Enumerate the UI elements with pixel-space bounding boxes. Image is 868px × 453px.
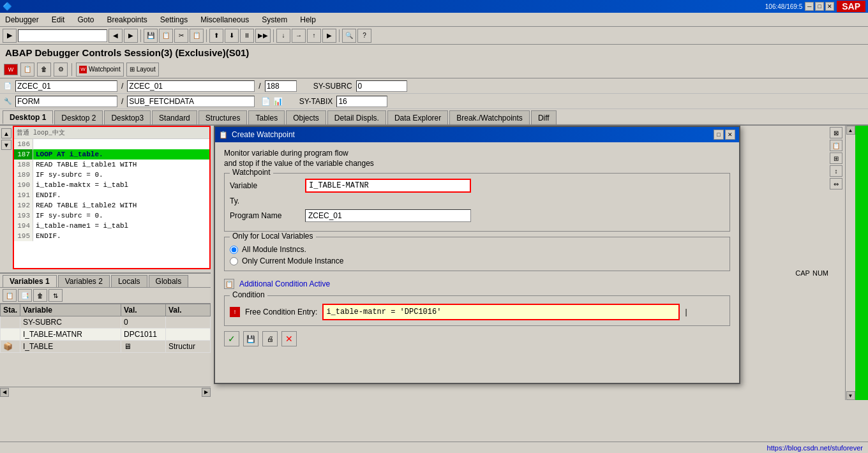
- tab-desktop1[interactable]: Desktop 1: [3, 110, 53, 124]
- menu-breakpoints[interactable]: Breakpoints: [104, 14, 149, 26]
- side-btn-5[interactable]: ⇔: [830, 178, 842, 189]
- side-btn-4[interactable]: ↕: [830, 165, 842, 177]
- program-input[interactable]: [305, 209, 471, 222]
- side-btn-3[interactable]: ⊞: [830, 152, 842, 164]
- menu-help[interactable]: Help: [297, 14, 318, 26]
- field-input-1[interactable]: [15, 80, 117, 92]
- dialog-maximize[interactable]: □: [714, 130, 724, 140]
- menu-debugger[interactable]: Debugger: [3, 14, 41, 26]
- code-panel: 普通 loop_中文 186 187 LOOP AT i_table. 188 …: [13, 126, 211, 269]
- toolbar-input[interactable]: [18, 29, 107, 42]
- hscroll-right-btn[interactable]: ▶: [202, 388, 211, 397]
- main-content: ▲ ▼ 普通 loop_中文 186 187 LOOP AT i_table. …: [0, 126, 868, 400]
- tb2-watchpoint[interactable]: W Watchpoint: [76, 63, 124, 77]
- line-content-188: READ TABLE i_table1 WITH: [33, 160, 137, 170]
- dialog-close[interactable]: ✕: [725, 130, 735, 140]
- sy-subrc-value[interactable]: [356, 80, 407, 92]
- var-tab-locals[interactable]: Locals: [111, 275, 147, 287]
- tb2-layout[interactable]: ⊞ Layout: [126, 63, 159, 77]
- rscroll-up-btn[interactable]: ▲: [846, 126, 855, 135]
- condition-section: Condition ! Free Condition Entry: |: [224, 295, 730, 326]
- confirm-button[interactable]: ✓: [224, 331, 239, 346]
- tab-data-explorer[interactable]: Data Explorer: [387, 110, 448, 124]
- side-btn-2[interactable]: 📋: [830, 140, 842, 151]
- tb-step-over[interactable]: →: [292, 29, 306, 43]
- tab-desktop2[interactable]: Desktop 2: [54, 110, 103, 124]
- field-input-2[interactable]: [127, 80, 255, 92]
- radio-all-input[interactable]: [230, 246, 238, 254]
- var-copy-btn[interactable]: 📑: [18, 289, 32, 302]
- keyboard-indicators: CAP NUM: [795, 269, 828, 277]
- tab-objects[interactable]: Objects: [286, 110, 326, 124]
- menu-edit[interactable]: Edit: [49, 14, 68, 26]
- tb-btn2[interactable]: 📋: [159, 29, 173, 43]
- tb-btn3[interactable]: ✂: [174, 29, 188, 43]
- tb2-btn1[interactable]: W: [4, 64, 18, 75]
- line-num-192: 192: [14, 200, 33, 211]
- tb-step-into[interactable]: ↓: [276, 29, 290, 43]
- radio-current-input[interactable]: [230, 257, 238, 265]
- tab-standard[interactable]: Standard: [152, 110, 197, 124]
- side-btn-1[interactable]: ⊠: [830, 127, 842, 138]
- condition-input[interactable]: [322, 304, 680, 320]
- field-form[interactable]: [15, 96, 117, 107]
- tb-save[interactable]: 💾: [144, 29, 158, 43]
- col-variable: Variable: [20, 304, 121, 316]
- line-content-193: IF sy-subrc = 0.: [33, 211, 103, 221]
- tb-btn7[interactable]: ⏸: [240, 29, 254, 43]
- var-del-btn[interactable]: 🗑: [33, 289, 47, 302]
- nav-forward[interactable]: ▶: [124, 29, 138, 43]
- toolbar-icon-1[interactable]: ▶: [3, 29, 17, 43]
- cancel-button[interactable]: ✕: [281, 331, 297, 346]
- rscroll-down-btn[interactable]: ▼: [846, 391, 855, 400]
- tb-run[interactable]: ▶: [322, 29, 336, 43]
- tb-step-return[interactable]: ↑: [307, 29, 321, 43]
- tb2-btn2[interactable]: 📋: [20, 63, 34, 77]
- dialog-desc2: and stop if the value of the variable ch…: [224, 159, 730, 168]
- minimize-button[interactable]: ─: [805, 2, 814, 11]
- col-val2: Val.: [166, 304, 211, 316]
- tb-btn6[interactable]: ⬇: [225, 29, 239, 43]
- tb-btn4[interactable]: 📋: [190, 29, 204, 43]
- var-tab-globals[interactable]: Globals: [149, 275, 189, 287]
- tab-breakpoints[interactable]: Break./Watchpoints: [449, 110, 530, 124]
- field-icon-2: 🔧: [4, 98, 11, 105]
- var-sort-btn[interactable]: ⇅: [49, 289, 63, 302]
- tab-structures[interactable]: Structures: [198, 110, 248, 124]
- row3-val1: 🖥: [121, 341, 166, 353]
- tb-btn8[interactable]: ▶▶: [255, 29, 271, 43]
- menu-system[interactable]: System: [259, 14, 290, 26]
- tab-diff[interactable]: Diff: [531, 110, 557, 124]
- menu-settings[interactable]: Settings: [158, 14, 190, 26]
- code-line-194: 194 i_table-name1 = i_tabl: [14, 221, 209, 231]
- menu-goto[interactable]: Goto: [75, 14, 96, 26]
- additional-condition-row: 📋 Additional Condition Active: [224, 276, 730, 292]
- nav-up[interactable]: ▲: [1, 128, 11, 138]
- close-button[interactable]: ✕: [825, 2, 834, 11]
- menu-bar: Debugger Edit Goto Breakpoints Settings …: [0, 13, 868, 27]
- additional-condition-link[interactable]: Additional Condition Active: [239, 279, 330, 288]
- print-button[interactable]: 🖨: [262, 331, 278, 346]
- tab-desktop3[interactable]: Desktop3: [104, 110, 151, 124]
- tb-search[interactable]: 🔍: [342, 29, 356, 43]
- tab-detail-displs[interactable]: Detail Displs.: [327, 110, 386, 124]
- nav-down[interactable]: ▼: [1, 140, 11, 150]
- field-input-3[interactable]: [265, 80, 297, 92]
- variable-input[interactable]: [305, 179, 471, 193]
- menu-miscellaneous[interactable]: Miscellaneous: [198, 14, 251, 26]
- program-label: Program Name: [230, 211, 300, 220]
- tb2-btn3[interactable]: 🗑: [37, 63, 51, 77]
- sy-tabix-value[interactable]: [336, 96, 387, 107]
- tb-btn5[interactable]: ⬆: [209, 29, 223, 43]
- maximize-button[interactable]: □: [815, 2, 824, 11]
- free-condition-row: ! Free Condition Entry: |: [230, 304, 724, 320]
- var-tab-2[interactable]: Variables 2: [58, 275, 110, 287]
- tab-tables[interactable]: Tables: [248, 110, 285, 124]
- save-button[interactable]: 💾: [243, 331, 258, 346]
- tb2-btn4[interactable]: ⚙: [54, 63, 68, 77]
- local-vars-section: Only for Local Variables All Module Inst…: [224, 237, 730, 271]
- code-line-187: 187 LOOP AT i_table.: [14, 149, 209, 160]
- field-sub[interactable]: [127, 96, 255, 107]
- tb-help[interactable]: ?: [357, 29, 371, 43]
- nav-back[interactable]: ◀: [108, 29, 123, 43]
